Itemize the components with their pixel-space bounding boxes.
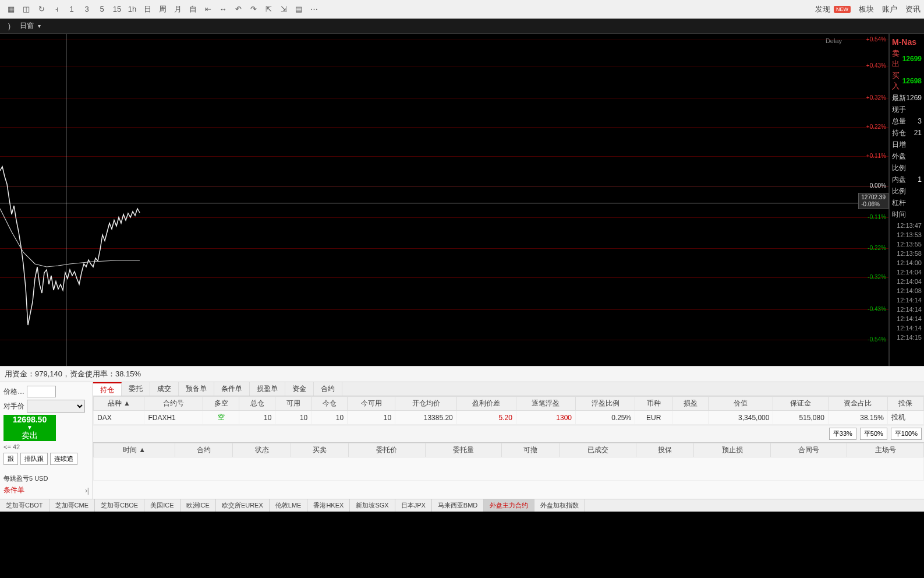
expand-icon[interactable]: ›| [85, 487, 89, 495]
col-header[interactable]: 多空 [203, 397, 239, 411]
library-icon[interactable]: ▦ [5, 3, 17, 16]
menu-news[interactable]: 资讯 [905, 4, 921, 15]
grid-icon[interactable]: ▤ [292, 3, 305, 16]
col-header[interactable]: 状态 [233, 443, 291, 457]
col-header[interactable]: 已成交 [560, 443, 636, 457]
tf-paren: ) [3, 21, 15, 31]
col-header[interactable]: 盈利价差 [456, 397, 516, 411]
col-header[interactable]: 委托价 [349, 443, 426, 457]
y-label: -0.54% [868, 336, 886, 343]
tf-week[interactable]: 周 [156, 3, 169, 16]
nav-next-icon[interactable]: ↷ [247, 3, 260, 16]
tab-0[interactable]: 持仓 [93, 382, 122, 396]
exchange-tab[interactable]: 欧洲ICE [180, 499, 216, 512]
nav-down-icon[interactable]: ⇲ [277, 3, 290, 16]
col-header[interactable]: 资金占比 [828, 397, 887, 411]
queue-follow-button[interactable]: 排队跟 [20, 453, 48, 465]
tick-time: 12:14:08 [890, 286, 924, 295]
tab-6[interactable]: 资金 [285, 382, 314, 396]
side-row-label: 总量 [892, 116, 906, 126]
tf-day[interactable]: 日 [141, 3, 154, 16]
col-header[interactable]: 损盈 [672, 397, 709, 411]
tick-time: 12:14:15 [890, 333, 924, 342]
tab-1[interactable]: 委托 [122, 382, 150, 396]
tf-1[interactable]: 1 [65, 3, 78, 16]
col-header[interactable]: 总仓 [239, 397, 275, 411]
menu-discover[interactable]: 发现 [815, 4, 830, 15]
price-type-select[interactable] [27, 400, 85, 413]
tf-3[interactable]: 3 [80, 3, 93, 16]
tf-month[interactable]: 月 [171, 3, 184, 16]
layout-icon[interactable]: ◫ [20, 3, 33, 16]
sell-button[interactable]: 12698.50 ▼ 卖出 [3, 415, 56, 441]
col-header[interactable]: 预止损 [694, 443, 771, 457]
close-pct-button[interactable]: 平33% [829, 428, 856, 440]
col-header[interactable]: 保证金 [773, 397, 828, 411]
close-pct-button[interactable]: 平100% [891, 428, 922, 440]
price-input[interactable] [27, 386, 56, 397]
table-row[interactable]: DAX FDAXH1 空 10 10 10 10 13385.20 5.20 1… [94, 411, 924, 425]
continuous-button[interactable]: 连续追 [50, 453, 77, 465]
opp-price-label: 对手价 [3, 401, 24, 411]
refresh-icon[interactable]: ↻ [35, 3, 48, 16]
exchange-tab[interactable]: 美国ICE [144, 499, 180, 512]
col-header[interactable]: 开仓均价 [395, 397, 457, 411]
exchange-tab[interactable]: 伦敦LME [270, 499, 308, 512]
col-header[interactable]: 品种 ▲ [94, 397, 144, 411]
col-header[interactable]: 投保 [887, 397, 923, 411]
exchange-tab[interactable]: 外盘加权指数 [534, 499, 585, 512]
col-header[interactable]: 投保 [636, 443, 694, 457]
exchange-tab[interactable]: 芝加哥CBOT [0, 499, 49, 512]
col-header[interactable]: 时间 ▲ [94, 443, 175, 457]
tf-1h[interactable]: 1h [126, 3, 139, 16]
condition-order-label[interactable]: 条件单 [3, 485, 24, 495]
close-pct-button[interactable]: 平50% [860, 428, 887, 440]
buy-label[interactable]: 买入 [892, 71, 902, 91]
exchange-tab[interactable]: 芝加哥CBOE [95, 499, 144, 512]
col-header[interactable]: 币种 [635, 397, 672, 411]
tf-dropdown[interactable]: 日窗 [15, 20, 45, 32]
tab-2[interactable]: 成交 [150, 382, 179, 396]
tab-5[interactable]: 损盈单 [250, 382, 285, 396]
chart-area[interactable]: Delay +0.54%+0.43%+0.32%+0.22%+0.11%0.00… [0, 34, 889, 366]
nav-up-icon[interactable]: ⇱ [262, 3, 275, 16]
col-header[interactable]: 今可用 [348, 397, 395, 411]
exchange-tab[interactable]: 日本JPX [395, 499, 432, 512]
tab-4[interactable]: 条件单 [214, 382, 250, 396]
menu-account[interactable]: 账户 [882, 4, 897, 15]
nav-first-icon[interactable]: ⇤ [201, 3, 214, 16]
more-icon[interactable]: ⋯ [307, 3, 320, 16]
follow-button[interactable]: 跟 [3, 453, 18, 465]
tab-3[interactable]: 预备单 [179, 382, 214, 396]
col-header[interactable]: 今仓 [311, 397, 348, 411]
exchange-tab[interactable]: 欧交所EUREX [216, 499, 270, 512]
exchange-tab[interactable]: 香港HKEX [307, 499, 350, 512]
col-header[interactable]: 浮盈比例 [576, 397, 635, 411]
tf-5[interactable]: 5 [95, 3, 108, 16]
tf-15[interactable]: 15 [111, 3, 123, 16]
sell-label[interactable]: 卖出 [892, 48, 902, 69]
cell-ccy: EUR [635, 411, 672, 425]
exchange-tab[interactable]: 芝加哥CME [49, 499, 95, 512]
exchange-tab[interactable]: 外盘主力合约 [484, 499, 534, 512]
col-header[interactable]: 合约 [175, 443, 233, 457]
col-header[interactable]: 合同号 [770, 443, 847, 457]
tf-auto[interactable]: 自 [186, 3, 199, 16]
upper-tabs: 持仓委托成交预备单条件单损盈单资金合约 [93, 382, 924, 396]
nav-prev-icon[interactable]: ↶ [232, 3, 245, 16]
col-header[interactable]: 可撤 [502, 443, 560, 457]
menu-sector[interactable]: 板块 [859, 4, 874, 15]
exchange-tab[interactable]: 马来西亚BMD [432, 499, 484, 512]
col-header[interactable]: 价值 [709, 397, 773, 411]
col-header[interactable]: 主场号 [847, 443, 924, 457]
price-label: 价格… [3, 387, 24, 397]
col-header[interactable]: 委托量 [425, 443, 502, 457]
col-header[interactable]: 逐笔浮盈 [516, 397, 575, 411]
col-header[interactable]: 可用 [275, 397, 311, 411]
col-header[interactable]: 合约号 [144, 397, 203, 411]
tab-7[interactable]: 合约 [314, 382, 342, 396]
col-header[interactable]: 买卖 [291, 443, 348, 457]
kline-icon[interactable]: ⫞ [50, 3, 63, 16]
nav-fit-icon[interactable]: ↔ [217, 3, 229, 16]
exchange-tab[interactable]: 新加坡SGX [350, 499, 395, 512]
